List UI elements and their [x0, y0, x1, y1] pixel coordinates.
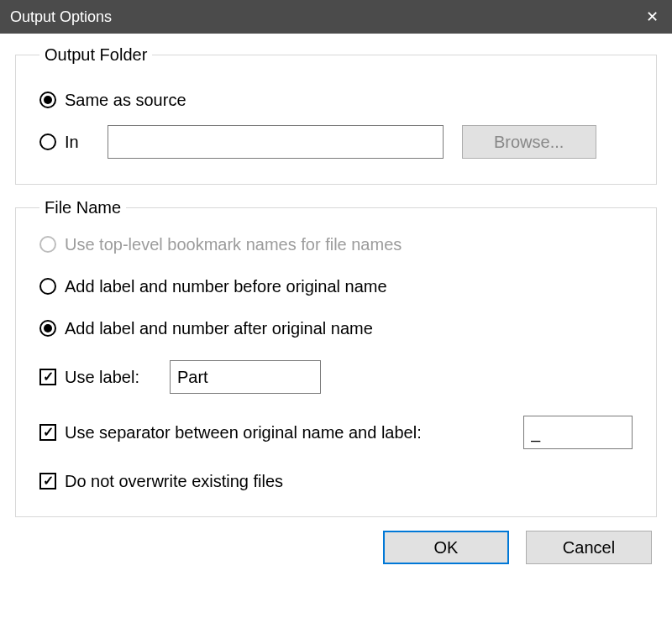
- add-before-row[interactable]: Add label and number before original nam…: [39, 276, 633, 296]
- use-label-label: Use label:: [65, 367, 139, 387]
- use-bookmark-radio: [39, 236, 56, 253]
- add-before-label: Add label and number before original nam…: [65, 276, 387, 296]
- use-label-checkbox[interactable]: [39, 369, 56, 385]
- titlebar: Output Options ✕: [0, 0, 672, 34]
- dialog-content: Output Folder Same as source In Browse..…: [0, 34, 672, 574]
- add-before-radio[interactable]: [39, 278, 56, 295]
- same-as-source-label: Same as source: [65, 90, 186, 110]
- add-after-radio[interactable]: [39, 320, 56, 337]
- folder-path-input[interactable]: [108, 125, 444, 159]
- output-folder-group: Output Folder Same as source In Browse..…: [15, 45, 657, 185]
- in-folder-row: In Browse...: [39, 125, 633, 159]
- ok-button[interactable]: OK: [383, 531, 509, 564]
- browse-button[interactable]: Browse...: [462, 125, 596, 159]
- same-as-source-radio[interactable]: [39, 92, 56, 108]
- no-overwrite-label: Do not overwrite existing files: [65, 471, 283, 491]
- close-icon[interactable]: ✕: [642, 9, 662, 24]
- cancel-button[interactable]: Cancel: [526, 531, 652, 564]
- in-folder-label: In: [65, 132, 79, 152]
- use-label-row: Use label:: [39, 360, 633, 394]
- use-separator-label: Use separator between original name and …: [65, 422, 422, 442]
- add-after-label: Add label and number after original name: [65, 318, 373, 338]
- output-folder-legend: Output Folder: [39, 45, 152, 65]
- label-input[interactable]: [170, 360, 321, 394]
- use-bookmark-row: Use top-level bookmark names for file na…: [39, 234, 633, 254]
- file-name-group: File Name Use top-level bookmark names f…: [15, 198, 657, 517]
- dialog-footer: OK Cancel: [15, 531, 657, 564]
- same-as-source-row[interactable]: Same as source: [39, 90, 633, 110]
- file-name-legend: File Name: [39, 198, 126, 217]
- use-bookmark-label: Use top-level bookmark names for file na…: [65, 234, 402, 254]
- add-after-row[interactable]: Add label and number after original name: [39, 318, 633, 338]
- in-folder-radio[interactable]: [39, 134, 56, 150]
- separator-input[interactable]: [523, 416, 633, 449]
- use-separator-checkbox[interactable]: [39, 424, 56, 441]
- window-title: Output Options: [10, 8, 112, 26]
- use-separator-row: Use separator between original name and …: [39, 416, 633, 449]
- no-overwrite-checkbox[interactable]: [39, 473, 56, 490]
- no-overwrite-row: Do not overwrite existing files: [39, 471, 633, 491]
